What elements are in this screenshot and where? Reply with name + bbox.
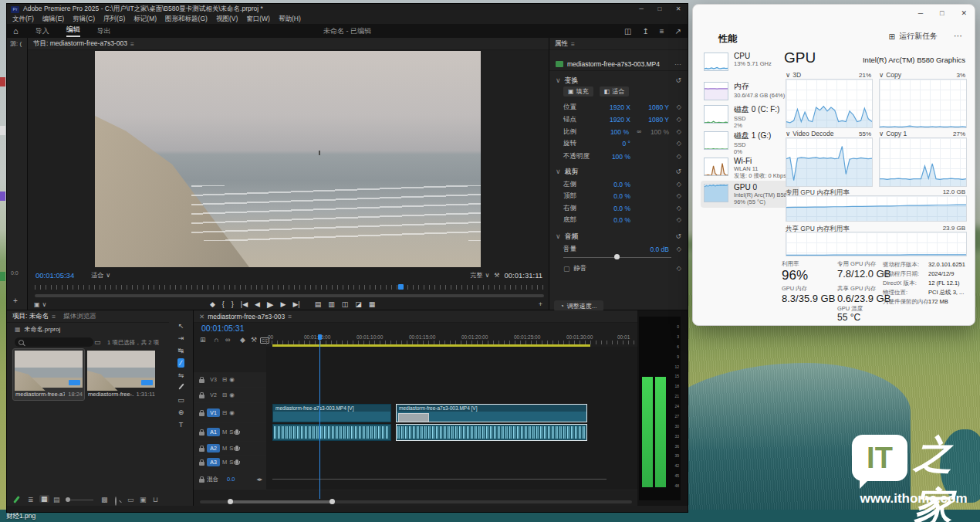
tab-import[interactable]: 导入 [35,26,49,36]
track-badge[interactable]: V1 [207,408,220,417]
track-header-v3[interactable]: V3 ⊟ ◉ [194,372,266,388]
program-playhead-marker[interactable] [398,284,404,290]
mute-track-button[interactable]: M [222,445,227,452]
menu-view[interactable]: 视图(V) [216,15,238,24]
comparison-view-icon[interactable]: ◪ [355,300,362,308]
zoom-slider-knob[interactable] [66,497,70,502]
voiceover-mic-icon[interactable] [235,446,238,450]
menu-window[interactable]: 窗口(W) [246,15,270,24]
rectangle-tool-icon[interactable]: ▭ [169,395,193,405]
zoom-handle-left[interactable] [228,499,233,504]
lock-icon[interactable] [199,395,204,398]
lock-icon[interactable] [199,379,204,383]
keyframe-icon[interactable]: ◇ [669,205,681,212]
track-select-tool-icon[interactable]: ⇥ [169,334,193,344]
sidebar-item-wifi[interactable]: Wi-Fi WLAN 11 发送: 0 接收: 0 Kbps [701,154,799,182]
razor-glyph[interactable]: ∕ [177,358,185,368]
lock-icon[interactable] [199,448,204,452]
sync-lock-icon[interactable]: ⊟ [222,409,227,416]
lift-icon[interactable]: ▤ [315,300,322,308]
keyframe-icon[interactable]: ◇ [669,103,681,110]
maximize-button[interactable]: □ [651,4,669,15]
keyframe-icon[interactable]: ◇ [669,192,681,199]
icon-view-icon[interactable]: ▦ [39,495,49,503]
monitor-settings-icon[interactable]: ⚒ [494,272,499,279]
more-options-icon[interactable]: ··· [674,60,681,68]
solo-track-button[interactable]: S [229,445,233,452]
new-bin-icon[interactable]: ▭ [127,496,134,503]
delete-icon[interactable]: ⊔ [153,496,158,503]
video-clip-2[interactable]: mediastorm-free-a7s3-003.MP4 [V] [396,404,587,422]
close-button[interactable]: ✕ [961,9,967,17]
video-clip-1[interactable]: mediastorm-free-a7s3-003.MP4 [V] [272,404,391,422]
close-button[interactable]: ✕ [669,4,688,15]
keyframe-icon[interactable]: ◇ [669,181,681,188]
menu-markers[interactable]: 标记(M) [133,15,157,24]
panel-menu-icon[interactable]: ≡ [288,313,292,320]
panel-menu-icon[interactable]: ≡ [130,40,134,48]
zoom-handle-right[interactable] [329,499,335,504]
timeline-tab-label[interactable]: mediastorm-free-a7s3-003 [208,313,285,320]
hand-tool-icon[interactable]: ⊕ [169,408,193,418]
go-to-out-icon[interactable]: ▶| [292,300,299,308]
premiere-titlebar[interactable]: Pr Adobe Premiere Pro 2025 - C:\用户\IT之家\… [7,4,688,15]
zoom-level-value[interactable]: 适合 [91,271,103,280]
type-tool-icon[interactable]: T [169,420,193,430]
menu-graphics[interactable]: 图形和标题(G) [165,15,208,24]
reset-icon[interactable]: ↺ [675,76,681,84]
sidebar-item-memory[interactable]: 内存 30.6/47.8 GB (64%) [701,79,799,103]
voiceover-mic-icon[interactable] [235,429,238,434]
razor-tool-icon[interactable]: ∕ [169,358,193,368]
project-item[interactable]: mediastorm-free-... 1:31:11 [86,349,157,400]
track-content-a3[interactable] [266,456,637,470]
snap-icon[interactable]: ∩ [214,336,218,344]
track-badge[interactable]: A1 [207,428,220,436]
close-icon[interactable]: ✕ [199,313,204,320]
search-input[interactable] [15,337,93,347]
lock-icon[interactable] [199,432,204,436]
chart-label-copy1[interactable]: ∨ Copy 1 [879,130,907,137]
bin-up-icon[interactable]: ▭ [94,338,101,346]
track-content-a2[interactable] [266,442,637,456]
keyframe-icon[interactable]: ◇ [669,153,681,160]
extract-icon[interactable]: ▥ [328,300,335,308]
clip-thumbnail[interactable] [87,351,155,388]
panel-menu-icon[interactable]: ≡ [571,40,575,48]
reset-icon[interactable]: ↺ [675,232,681,240]
program-monitor-tab[interactable]: 节目: mediastorm-free-a7s3-003 ≡ [28,38,549,50]
fullscreen-icon[interactable]: ↗ [675,27,681,36]
sync-lock-icon[interactable]: ⊟ [222,376,227,383]
export-frame-icon[interactable]: ◫ [342,300,349,308]
workspaces-icon[interactable]: ≡ [660,27,664,36]
crop-section-header[interactable]: ∨ 裁剪 ↺ [549,166,688,177]
track-header-mix[interactable]: 混合 0.0 ◂▸ [194,469,266,490]
properties-tab-label[interactable]: 属性 [555,39,568,49]
toggle-visibility-icon[interactable]: ◉ [229,376,235,383]
keyframe-icon[interactable]: ◇ [669,265,681,272]
automate-sequence-icon[interactable]: ▩ [101,496,108,503]
sidebar-item-disk0[interactable]: 磁盘 0 (C: F:) SSD 2% [701,102,799,131]
button-editor-icon[interactable]: + [539,300,542,308]
source-monitor-strip[interactable]: 源: ( 0:0 + [7,38,27,310]
keyframe-icon[interactable]: ◇ [669,116,681,123]
minimize-button[interactable]: ─ [918,9,923,17]
nest-toggle-icon[interactable]: ⊞ [200,336,206,344]
timeline-timecode[interactable]: 00:01:05:31 [201,324,244,333]
resolution-value[interactable]: 完整 [470,271,482,280]
add-button[interactable]: + [13,297,18,305]
multi-camera-icon[interactable]: ▦ [369,300,376,308]
sync-lock-icon[interactable]: ⊟ [222,392,227,398]
mute-checkbox[interactable]: ▢ [563,265,570,273]
menu-clip[interactable]: 剪辑(C) [73,15,95,24]
safe-margins-icon[interactable]: ▣ [34,301,40,308]
program-video-frame[interactable] [95,51,481,267]
program-scrub-ruler[interactable] [35,285,544,290]
track-header-a2[interactable]: A2 M S [194,442,266,456]
lock-icon[interactable] [199,412,204,416]
find-icon[interactable] [115,497,117,505]
play-icon[interactable]: ▶ [267,300,273,310]
timeline-scroll-handle[interactable] [231,500,333,503]
track-content-v2[interactable] [266,388,637,404]
playback-resolution-dropdown[interactable]: 完整 ∨ [470,271,489,280]
clip-thumbnail[interactable] [15,351,83,388]
